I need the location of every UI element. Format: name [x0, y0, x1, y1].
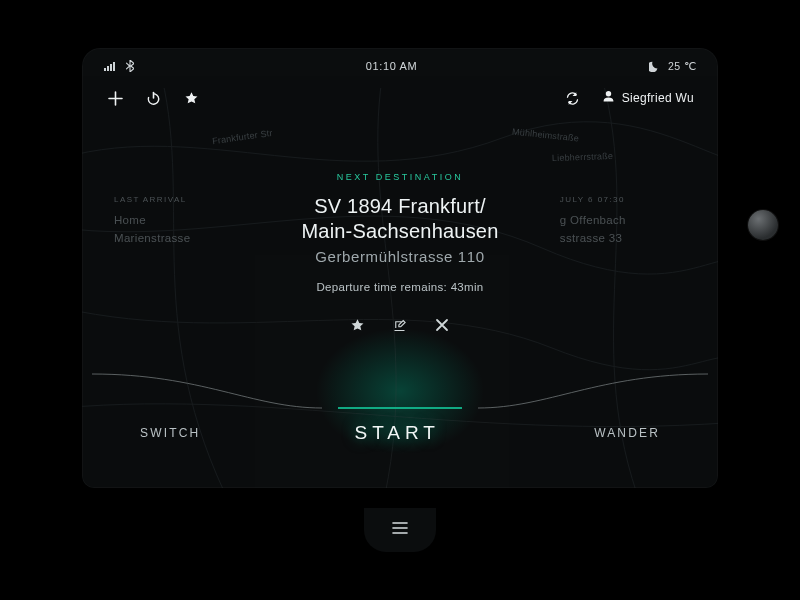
card-outer: [82, 48, 718, 528]
side-knob[interactable]: [748, 210, 778, 240]
bottom-notch: [364, 508, 436, 552]
menu-button[interactable]: [391, 521, 409, 539]
screen: Frankfurter Str Mühlheimstraße Liebherrs…: [0, 0, 800, 600]
